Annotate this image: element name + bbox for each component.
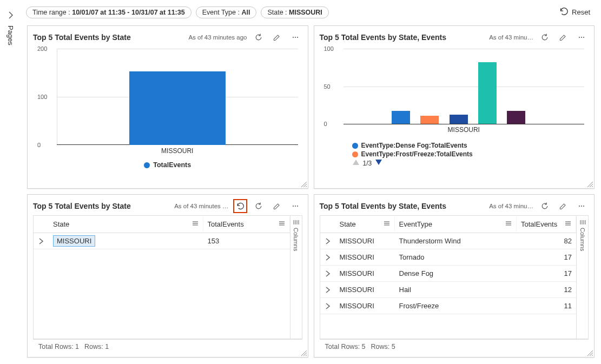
resize-grip-icon[interactable]	[587, 350, 593, 356]
tile-top5-state-events-chart: Top 5 Total Events by State, Events As o…	[314, 25, 595, 189]
columns-icon	[579, 219, 586, 226]
pager-text: 1/3	[363, 160, 372, 167]
chart-bar[interactable]	[129, 71, 226, 145]
data-table[interactable]: State TotalEvents MISSOURI 153	[34, 216, 290, 339]
col-header-eventtype[interactable]: EventType	[395, 217, 517, 231]
chevron-right-icon[interactable]	[6, 11, 15, 21]
expand-icon[interactable]	[34, 238, 49, 244]
cell-eventtype: Tornado	[395, 250, 517, 264]
edit-icon[interactable]	[270, 199, 284, 213]
col-header-state[interactable]: State	[49, 217, 203, 231]
tile-top5-state-events-table: Top 5 Total Events by State, Events As o…	[314, 194, 595, 358]
cell-total: 11	[517, 299, 576, 313]
data-table[interactable]: State EventType TotalEvents MISSOURIThun…	[320, 216, 577, 339]
tile-top5-state-table: Top 5 Total Events by State As of 43 min…	[27, 194, 308, 358]
cell-state: MISSOURI	[335, 299, 395, 313]
pager-down-icon[interactable]	[375, 159, 382, 167]
cell-state: MISSOURI	[335, 234, 395, 248]
pages-label: Pages	[6, 25, 15, 45]
expand-icon[interactable]	[320, 238, 335, 244]
cell-eventtype: Frost/Freeze	[395, 299, 517, 313]
columns-rail[interactable]: Columns	[290, 216, 302, 339]
more-icon[interactable]	[574, 199, 589, 213]
svg-point-10	[581, 206, 582, 207]
chart-bar[interactable]	[392, 111, 410, 124]
filter-time-range[interactable]: Time range : 10/01/07 at 11:35 - 10/31/0…	[26, 6, 191, 18]
chart-bar[interactable]	[478, 62, 497, 124]
table-row[interactable]: MISSOURITornado17	[320, 249, 577, 266]
filter-bar: Time range : 10/01/07 at 11:35 - 10/31/0…	[22, 0, 601, 22]
x-axis-label: MISSOURI	[57, 147, 298, 155]
menu-icon[interactable]	[565, 220, 571, 228]
pages-rail[interactable]: Pages	[0, 0, 22, 364]
expand-icon[interactable]	[320, 287, 335, 293]
cell-state[interactable]: MISSOURI	[53, 235, 95, 247]
as-of-text: As of 43 minutes …	[174, 203, 228, 209]
more-icon[interactable]	[574, 30, 589, 44]
x-axis-label: MISSOURI	[344, 126, 585, 134]
tile-title: Top 5 Total Events by State	[33, 33, 131, 42]
svg-point-1	[294, 37, 295, 38]
chart-bar[interactable]	[420, 116, 439, 124]
bar-chart: 200 100 0 MISSOURI	[33, 47, 302, 160]
columns-icon	[293, 219, 299, 226]
table-row[interactable]: MISSOURI 153	[34, 233, 290, 249]
edit-icon[interactable]	[556, 199, 570, 213]
as-of-text: As of 43 minu…	[489, 34, 533, 41]
more-icon[interactable]	[288, 30, 302, 44]
filter-state[interactable]: State : MISSOURI	[261, 6, 328, 18]
refresh-icon[interactable]	[538, 30, 552, 44]
edit-icon[interactable]	[556, 30, 570, 44]
tile-title: Top 5 Total Events by State, Events	[320, 202, 446, 210]
svg-point-9	[579, 206, 580, 207]
cell-total: 17	[517, 250, 576, 264]
table-row[interactable]: MISSOURIThunderstorm Wind82	[320, 233, 577, 249]
refresh-icon[interactable]	[538, 199, 552, 213]
table-row[interactable]: MISSOURIDense Fog17	[320, 266, 577, 282]
edit-icon[interactable]	[270, 30, 284, 44]
columns-rail[interactable]: Columns	[576, 216, 588, 339]
menu-icon[interactable]	[192, 220, 199, 228]
svg-point-11	[583, 206, 584, 207]
expand-icon[interactable]	[320, 254, 335, 261]
undo-icon[interactable]	[233, 199, 247, 213]
chart-bar[interactable]	[507, 111, 525, 124]
menu-icon[interactable]	[384, 220, 390, 228]
col-header-total[interactable]: TotalEvents	[203, 217, 290, 231]
cell-eventtype: Dense Fog	[395, 266, 517, 281]
cell-eventtype: Thunderstorm Wind	[395, 234, 517, 248]
as-of-text: As of 43 minutes ago	[188, 34, 247, 41]
pager-up-icon[interactable]	[352, 159, 360, 167]
col-header-total[interactable]: TotalEvents	[517, 217, 576, 231]
refresh-icon[interactable]	[252, 30, 266, 44]
resize-grip-icon[interactable]	[301, 350, 307, 356]
undo-icon	[559, 6, 569, 18]
cell-total: 82	[517, 234, 576, 248]
cell-state: MISSOURI	[335, 266, 395, 281]
resize-grip-icon[interactable]	[587, 182, 593, 187]
cell-state: MISSOURI	[335, 250, 395, 264]
more-icon[interactable]	[288, 199, 302, 213]
col-header-state[interactable]: State	[335, 217, 395, 231]
reset-label: Reset	[572, 8, 590, 16]
menu-icon[interactable]	[505, 220, 512, 228]
filter-event-type[interactable]: Event Type : All	[196, 6, 257, 18]
expand-icon[interactable]	[320, 270, 335, 277]
resize-grip-icon[interactable]	[301, 182, 307, 187]
table-footer: Total Rows: 5 Rows: 5	[320, 339, 589, 354]
table-row[interactable]: MISSOURIFrost/Freeze11	[320, 298, 577, 314]
svg-point-2	[296, 37, 298, 38]
tile-top5-state-chart: Top 5 Total Events by State As of 43 min…	[27, 25, 308, 189]
reset-button[interactable]: Reset	[553, 4, 596, 20]
refresh-icon[interactable]	[252, 199, 266, 213]
menu-icon[interactable]	[279, 220, 285, 228]
legend-dot-icon	[352, 151, 358, 157]
svg-point-7	[294, 206, 295, 207]
expand-icon[interactable]	[320, 303, 335, 309]
tile-title: Top 5 Total Events by State, Events	[320, 33, 446, 42]
legend-pager: 1/3	[352, 159, 589, 167]
table-row[interactable]: MISSOURIHail12	[320, 282, 577, 298]
svg-point-4	[581, 37, 582, 38]
chart-bar[interactable]	[450, 115, 468, 124]
legend-dot-icon	[144, 162, 150, 168]
